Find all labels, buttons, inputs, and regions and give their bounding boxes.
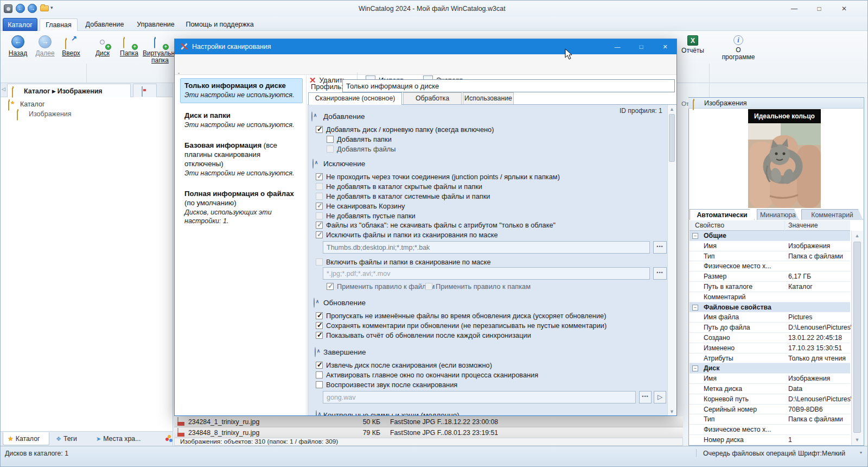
checkbox[interactable] bbox=[316, 258, 323, 266]
preview-tab-comment[interactable]: Комментарий bbox=[801, 209, 863, 220]
grid-row[interactable]: Создано13.01.22 20:45:18 bbox=[690, 333, 850, 343]
preview-tab-thumbnail[interactable]: Миниатюра bbox=[757, 209, 799, 220]
tab-home[interactable]: Главная bbox=[40, 18, 78, 31]
preview-image[interactable] bbox=[748, 109, 821, 208]
qat-folder-icon[interactable] bbox=[40, 5, 49, 11]
font-size-select[interactable]: Мелкий bbox=[822, 450, 845, 457]
bottom-tab-catalog[interactable]: ★Каталог bbox=[3, 432, 49, 445]
checkbox[interactable] bbox=[316, 193, 323, 200]
play-sound-button[interactable]: ▷ bbox=[654, 391, 666, 403]
add-disk-button[interactable]: + Диск bbox=[91, 35, 114, 57]
checkbox[interactable] bbox=[316, 332, 323, 339]
tab-manage[interactable]: Управление bbox=[132, 18, 180, 31]
dialog-tab-file-processing[interactable]: Обработка файлов bbox=[403, 92, 462, 104]
profile-item[interactable]: Полная информация о файлах (по умолчанию… bbox=[180, 186, 303, 229]
dialog-tab-usage[interactable]: Использование bbox=[463, 92, 514, 104]
browse-ellipsis-button[interactable]: ••• bbox=[653, 241, 667, 254]
add-virtual-folder-button[interactable]: + Виртуальная папка bbox=[143, 35, 177, 64]
dialog-titlebar[interactable]: Настройки сканирования — □ ✕ bbox=[175, 39, 676, 54]
profile-item[interactable]: Базовая информация (все плагины сканиров… bbox=[180, 138, 303, 181]
checkbox[interactable] bbox=[316, 212, 323, 219]
bottom-tab-tags[interactable]: ❖Теги bbox=[52, 432, 90, 445]
dialog-scrollbar[interactable]: ▲ ▼ bbox=[667, 105, 676, 416]
back-button[interactable]: ← Назад bbox=[5, 35, 31, 57]
dialog-minimize-button[interactable]: — bbox=[609, 41, 626, 53]
grid-row[interactable]: Физическое место х... bbox=[690, 425, 850, 435]
tree-item-images[interactable]: Изображения bbox=[15, 109, 169, 120]
browse-ellipsis-button[interactable]: ••• bbox=[639, 391, 652, 403]
grid-row[interactable]: ИмяИзображения bbox=[690, 374, 850, 384]
status-file-queue[interactable]: Очередь файловых операций bbox=[703, 450, 796, 457]
qat-back-icon[interactable]: ← bbox=[16, 4, 25, 13]
browse-ellipsis-button[interactable]: ••• bbox=[653, 267, 667, 280]
about-button[interactable]: i О программе bbox=[718, 35, 759, 61]
file-row[interactable]: 234284_1_trinixy_ru.jpg 50 КБ FastStone … bbox=[174, 416, 683, 427]
grid-scrollbar[interactable]: ▲ ▼ bbox=[851, 231, 863, 445]
checkbox[interactable] bbox=[316, 362, 323, 369]
grid-row[interactable]: Размер6,17 ГБ bbox=[690, 272, 850, 282]
grid-row[interactable]: Имя файлаPictures bbox=[690, 312, 850, 323]
minimize-button[interactable]: — bbox=[784, 3, 805, 14]
tab-file-menu[interactable]: Каталог bbox=[3, 18, 37, 31]
file-row[interactable]: 234848_8_trinixy_ru.jpg 79 КБ FastStone … bbox=[174, 427, 683, 438]
tab-help[interactable]: Помощь и поддержка bbox=[184, 18, 256, 31]
scroll-thumb[interactable] bbox=[853, 242, 861, 433]
checkbox[interactable] bbox=[316, 126, 323, 133]
checkbox[interactable] bbox=[316, 231, 323, 238]
grid-row[interactable]: Серийный номер70B9-8DB6 bbox=[690, 405, 850, 415]
exclude-mask-input[interactable] bbox=[323, 241, 650, 254]
scroll-up-icon[interactable]: ▲ bbox=[852, 233, 863, 238]
grid-row[interactable]: Комментарий bbox=[690, 292, 850, 302]
scroll-down-icon[interactable]: ▼ bbox=[668, 409, 676, 414]
dialog-close-button[interactable]: ✕ bbox=[656, 41, 674, 53]
grid-row[interactable]: Путь в каталогеКаталог bbox=[690, 282, 850, 292]
secondary-tab[interactable] bbox=[133, 84, 157, 97]
checkbox[interactable] bbox=[316, 371, 323, 378]
grid-row[interactable]: Изменено17.10.23 15:30:51 bbox=[690, 343, 850, 354]
checkbox[interactable] bbox=[316, 322, 323, 329]
tree-item-catalog[interactable]: ★ Каталог bbox=[6, 99, 169, 110]
scroll-down-icon[interactable]: ▼ bbox=[852, 437, 863, 443]
collapse-section-icon[interactable] bbox=[315, 347, 316, 357]
scroll-up-icon[interactable]: ▲ bbox=[668, 106, 676, 112]
close-button[interactable]: ✕ bbox=[834, 3, 854, 14]
checkbox[interactable] bbox=[316, 183, 323, 190]
grid-group-row[interactable]: −Файловые свойства bbox=[690, 302, 850, 313]
collapse-section-icon[interactable] bbox=[312, 159, 314, 169]
profile-name-input[interactable] bbox=[342, 79, 675, 92]
checkbox[interactable] bbox=[316, 222, 323, 229]
checkbox[interactable] bbox=[316, 312, 323, 319]
grid-row[interactable]: Номер диска1 bbox=[690, 435, 850, 445]
collapse-section-icon[interactable] bbox=[314, 298, 315, 308]
grid-row[interactable]: Корневой путьD:\Lenouser\Pictures\ bbox=[690, 394, 850, 405]
checkbox[interactable] bbox=[316, 173, 323, 180]
qat-more-icon[interactable]: ▾ bbox=[50, 5, 53, 10]
grid-row[interactable]: Физическое место х... bbox=[690, 261, 850, 272]
grid-row[interactable]: ТипПапка с файлами bbox=[690, 414, 850, 425]
dropdown-icon[interactable]: ▾ bbox=[860, 450, 862, 455]
breadcrumb-tab[interactable]: Каталог ▸ Изображения bbox=[7, 84, 131, 97]
grid-row[interactable]: Путь до файлаD:\Lenouser\Pictures\ bbox=[690, 323, 850, 333]
profile-item-selected[interactable]: Только информация о диске Эти настройки … bbox=[180, 78, 303, 103]
checkbox[interactable] bbox=[316, 381, 323, 388]
reports-button[interactable]: X Отчёты bbox=[680, 35, 705, 54]
scroll-thumb[interactable] bbox=[669, 114, 675, 162]
maximize-button[interactable]: □ bbox=[809, 3, 829, 14]
collapse-section-icon[interactable] bbox=[316, 410, 317, 416]
grid-row[interactable]: ТипПапка с файлами bbox=[690, 251, 850, 262]
qat-forward-icon[interactable]: → bbox=[28, 4, 37, 13]
profile-item[interactable]: Диск и папки Эти настройки не используют… bbox=[180, 108, 303, 133]
collapse-left-icon[interactable]: ◁ bbox=[2, 86, 5, 92]
preview-tab-auto[interactable]: Автоматически bbox=[690, 209, 755, 220]
bottom-tab-places[interactable]: ➤Места хра... bbox=[92, 432, 158, 445]
grid-row[interactable]: Метка дискаData bbox=[690, 384, 850, 394]
grid-row[interactable]: АтрибутыТолько для чтения bbox=[690, 354, 850, 364]
collapse-section-icon[interactable] bbox=[311, 111, 312, 122]
dialog-tab-scan[interactable]: Сканирование (основное) bbox=[308, 92, 402, 105]
up-button[interactable]: ↗ Вверх bbox=[58, 35, 84, 57]
grid-row[interactable]: ИмяИзображения bbox=[690, 241, 850, 251]
grid-group-row[interactable]: −Общие bbox=[690, 231, 850, 241]
add-folder-button[interactable]: + Папка bbox=[117, 35, 142, 57]
checkbox[interactable] bbox=[316, 203, 323, 210]
tab-add[interactable]: Добавление bbox=[82, 18, 127, 31]
